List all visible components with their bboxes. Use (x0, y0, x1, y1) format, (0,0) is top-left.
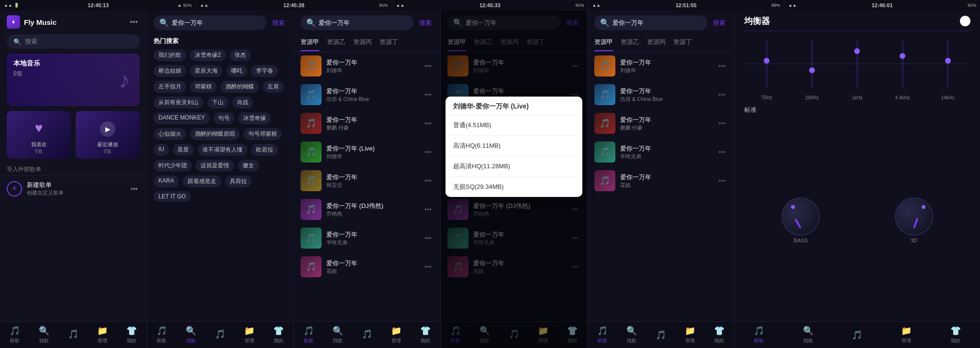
hot-tag-item[interactable]: 酒醉的蝴蝶原唱 (190, 128, 240, 140)
tab-资源丁[interactable]: 资源丁 (379, 38, 398, 51)
hot-tag-item[interactable]: 时代少年团 (154, 160, 192, 172)
eq-thumb-5[interactable] (945, 58, 951, 64)
song-item[interactable]: 🎵爱你一万年花姐••• (294, 252, 440, 281)
nav-find-1[interactable]: 🔍 找歌 (29, 324, 58, 346)
nav-listen-1[interactable]: 🎵 听歌 (0, 324, 29, 346)
song-more-button[interactable]: ••• (423, 146, 434, 158)
nav-logo-1[interactable]: 🎵 (58, 327, 88, 343)
search-input-5[interactable]: 🔍 (594, 15, 707, 30)
song-item[interactable]: 🎵爱你一万年半吨兄弟••• (294, 224, 440, 252)
song-more-button[interactable]: ••• (423, 60, 434, 72)
nav-find-3[interactable]: 🔍 找歌 (323, 324, 352, 346)
eq-thumb-2[interactable] (809, 67, 815, 73)
hot-tag-item[interactable]: 这就是爱情 (196, 160, 234, 172)
song-item[interactable]: 🎵爱你一万年伍佰 & China Blue••• (588, 80, 734, 109)
nav-find-2[interactable]: 🔍 找歌 (176, 324, 205, 346)
hot-tag-item[interactable]: 星辰大海 (190, 65, 223, 77)
hot-tag-item[interactable]: 从前有座灵剑山 (154, 97, 203, 109)
hot-tag-item[interactable]: 冰雪奇缘 (238, 112, 271, 124)
nav-logo-2[interactable]: 🎵 (205, 327, 234, 343)
song-item[interactable]: 🎵爱你一万年半吨兄弟••• (588, 138, 734, 166)
song-more-button[interactable]: ••• (423, 175, 434, 186)
song-item[interactable]: 🎵爱你一万年花姐••• (441, 252, 587, 281)
hot-tag-item[interactable]: 星星 (173, 144, 194, 156)
nav-mine-2[interactable]: 👕 我的 (264, 324, 293, 346)
nav-manage-5[interactable]: 📁 管理 (676, 324, 705, 346)
hot-tag-item[interactable]: 句号邓紫棋 (244, 128, 282, 140)
quality-option-lossless[interactable]: 无损SQ(29.34MB) (445, 177, 582, 197)
quality-option-hq2[interactable]: 超高清HQ(11.28MB) (445, 156, 582, 177)
hot-tag-item[interactable]: 肖战 (232, 97, 253, 109)
nav-listen-2[interactable]: 🎵 听歌 (147, 324, 176, 346)
search-field-3[interactable] (319, 19, 408, 26)
tab-资源乙[interactable]: 资源乙 (474, 38, 492, 51)
local-music-card[interactable]: ♪ 本地音乐 0首 (7, 54, 140, 106)
hot-tag-item[interactable]: DANCE MONKEY (154, 112, 210, 124)
song-item[interactable]: 🎵爱你一万年 (Live)刘德华••• (294, 138, 440, 166)
tab-资源乙[interactable]: 资源乙 (621, 38, 639, 51)
hot-tag-item[interactable]: 邓紫棋 (190, 81, 217, 93)
nav-mine-4[interactable]: 👕 我的 (558, 324, 587, 346)
hot-tag-item[interactable]: 心似烟火 (154, 128, 186, 140)
search-field-5[interactable] (612, 19, 702, 26)
nav-manage-2[interactable]: 📁 管理 (235, 324, 264, 346)
nav-listen-3[interactable]: 🎵 听歌 (294, 324, 323, 346)
search-button-2[interactable]: 搜索 (270, 19, 287, 27)
eq-thumb-4[interactable] (900, 53, 905, 59)
song-item[interactable]: 🎵爱你一万年伍佰 & China Blue••• (294, 80, 440, 109)
song-more-button[interactable]: ••• (716, 175, 727, 186)
hot-tag-item[interactable]: 左肩 (263, 81, 284, 93)
nav-logo-4[interactable]: 🎵 (499, 327, 528, 343)
hot-tag-item[interactable]: 哪吒 (226, 65, 247, 77)
nav-find-4[interactable]: 🔍 找歌 (470, 324, 499, 346)
tab-资源甲[interactable]: 资源甲 (301, 38, 319, 51)
song-more-button[interactable]: ••• (716, 118, 727, 129)
song-more-button[interactable]: ••• (716, 89, 727, 100)
nav-find-eq[interactable]: 🔍 找歌 (784, 324, 833, 346)
nav-logo-5[interactable]: 🎵 (646, 328, 675, 342)
search-input-3[interactable]: 🔍 (301, 15, 413, 30)
song-item[interactable]: 🎵爱你一万年韩宝仪••• (294, 166, 440, 195)
song-item[interactable]: 🎵爱你一万年刘德华••• (441, 52, 587, 80)
song-more-button[interactable]: ••• (569, 261, 580, 272)
song-item[interactable]: 🎵爱你一万年刘德华••• (588, 52, 734, 80)
hot-tag-item[interactable]: IU (154, 144, 169, 156)
hot-tag-item[interactable]: 桥边姑娘 (154, 65, 186, 77)
nav-logo-3[interactable]: 🎵 (352, 327, 381, 343)
nav-manage-4[interactable]: 📁 管理 (529, 324, 558, 346)
nav-listen-4[interactable]: 🎵 听歌 (441, 324, 470, 346)
tab-资源丁[interactable]: 资源丁 (526, 38, 545, 51)
tab-资源丁[interactable]: 资源丁 (673, 38, 692, 51)
song-item[interactable]: 🎵爱你一万年鹏鹏 付豪••• (294, 109, 440, 138)
eq-track-5[interactable] (947, 40, 948, 87)
tab-资源甲[interactable]: 资源甲 (447, 38, 466, 51)
eq-toggle-button[interactable] (960, 16, 970, 26)
3d-knob[interactable] (895, 197, 933, 236)
favorites-playlist[interactable]: ♥ 我喜欢 0首 (7, 111, 71, 159)
song-more-button[interactable]: ••• (423, 232, 434, 244)
nav-manage-1[interactable]: 📁 管理 (88, 324, 117, 346)
eq-track-4[interactable] (902, 40, 903, 87)
eq-thumb-3[interactable] (854, 48, 860, 54)
hot-tag-item[interactable]: 句号 (213, 112, 234, 124)
quality-option-hq[interactable]: 高清HQ(6.11MB) (445, 136, 582, 156)
song-more-button[interactable]: ••• (716, 60, 727, 72)
song-more-button[interactable]: ••• (423, 118, 434, 129)
song-more-button[interactable]: ••• (569, 232, 580, 244)
eq-track-1[interactable] (766, 40, 768, 87)
nav-mine-3[interactable]: 👕 我的 (411, 324, 440, 346)
new-pl-more[interactable]: ••• (129, 183, 140, 195)
recent-playlist[interactable]: ▶ 最近播放 0首 (76, 111, 140, 159)
tab-资源丙[interactable]: 资源丙 (500, 38, 519, 51)
eq-thumb-1[interactable] (764, 58, 769, 64)
nav-manage-eq[interactable]: 📁 管理 (882, 324, 931, 346)
tab-资源乙[interactable]: 资源乙 (327, 38, 345, 51)
more-options-button[interactable]: ••• (128, 16, 140, 28)
import-playlist[interactable]: 导入外部歌单 (0, 163, 146, 175)
nav-mine-1[interactable]: 👕 我的 (117, 324, 146, 346)
hot-tag-item[interactable]: 我们的歌 (154, 49, 186, 61)
search-field-4[interactable] (466, 19, 555, 26)
hot-tag-item[interactable]: 具荷拉 (225, 175, 252, 187)
song-more-button[interactable]: ••• (423, 89, 434, 100)
song-more-button[interactable]: ••• (569, 60, 580, 72)
